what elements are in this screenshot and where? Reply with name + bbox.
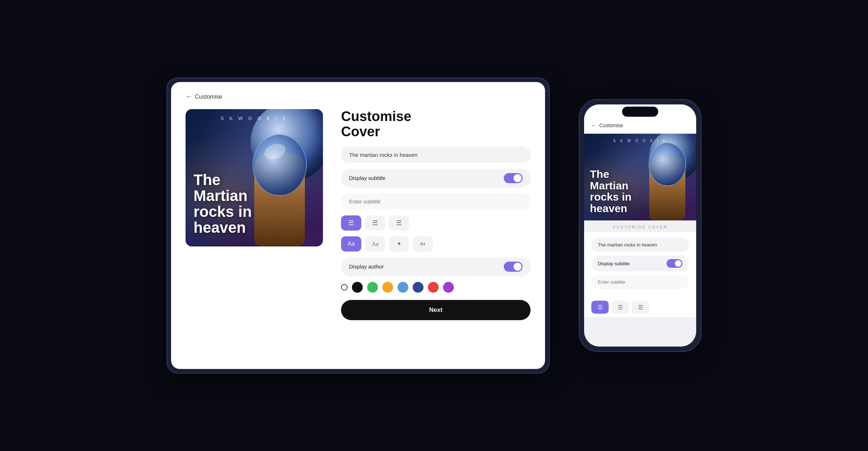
title-input-tablet[interactable] (341, 147, 531, 163)
phone-cover-title: TheMartianrocks inheaven (590, 168, 690, 214)
font-script-button-tablet[interactable]: ✦ (389, 236, 409, 252)
scene: ← Customise S K W O O K I E (0, 0, 868, 451)
align-center-button-tablet[interactable]: ☰ (365, 215, 385, 231)
display-author-label-tablet: Display author (349, 263, 504, 270)
display-subtitle-row-tablet: Display subtitle (341, 169, 531, 188)
phone-scroll-area[interactable]: S K W O O K I E TheMartianrocks inheaven… (584, 134, 696, 347)
phone-form: Display subtitle (584, 232, 696, 298)
display-author-row-tablet: Display author (341, 257, 531, 276)
phone-align-buttons: ☰ ☰ ☰ (584, 298, 696, 317)
phone-display-subtitle-row: Display subtitle (591, 255, 689, 271)
font-sans-button-tablet[interactable]: Aa (341, 236, 361, 252)
color-row-tablet (341, 282, 531, 293)
phone-screen: ← Customise S K W O O K I E TheMartianro… (584, 104, 696, 347)
cover-title-tablet: TheMartianrocks inheaven (193, 172, 315, 236)
align-left-button-tablet[interactable]: ☰ (341, 215, 361, 231)
color-orange-tablet[interactable] (382, 282, 393, 293)
tablet-device: ← Customise S K W O O K I E (166, 77, 550, 374)
tablet-header-title: Customise (195, 94, 222, 100)
font-mono-button-tablet[interactable]: Aa (413, 236, 433, 252)
form-title-tablet: Customise Cover (341, 109, 531, 139)
tablet-header: ← Customise (186, 93, 531, 100)
font-serif-button-tablet[interactable]: Aa (365, 236, 385, 252)
back-arrow-icon[interactable]: ← (186, 93, 192, 100)
phone-cover-brand: S K W O O K I E (584, 139, 696, 143)
phone-notch (622, 107, 658, 117)
tablet-screen: ← Customise S K W O O K I E (171, 82, 545, 369)
color-blue-tablet[interactable] (397, 282, 408, 293)
align-right-button-tablet[interactable]: ☰ (389, 215, 409, 231)
helmet-reflection (262, 141, 288, 162)
display-author-toggle-tablet[interactable] (504, 262, 523, 272)
phone-header-title: Customise (599, 123, 623, 128)
phone-align-center-button[interactable]: ☰ (612, 301, 629, 314)
font-buttons-tablet: Aa Aa ✦ Aa (341, 236, 531, 252)
phone-section-label: CUSTOMISE COVER (584, 220, 696, 232)
color-black-tablet[interactable] (352, 282, 363, 293)
display-subtitle-label-tablet: Display subtitle (349, 175, 504, 181)
phone-device: ← Customise S K W O O K I E TheMartianro… (579, 99, 702, 352)
cover-brand-tablet: S K W O O K I E (186, 116, 323, 121)
align-buttons-tablet: ☰ ☰ ☰ (341, 215, 531, 231)
phone-align-left-button[interactable]: ☰ (591, 301, 609, 314)
tablet-content: S K W O O K I E TheMartianrocks inheaven… (186, 109, 531, 358)
phone-book-cover: S K W O O K I E TheMartianrocks inheaven (584, 134, 696, 220)
phone-back-arrow-icon[interactable]: ← (591, 123, 596, 128)
color-none-tablet[interactable] (341, 284, 348, 291)
phone-align-right-button[interactable]: ☰ (632, 301, 649, 314)
phone-title-input[interactable] (591, 238, 689, 252)
phone-subtitle-input[interactable] (591, 275, 689, 289)
display-subtitle-toggle-tablet[interactable] (504, 173, 523, 183)
color-purple-tablet[interactable] (443, 282, 454, 293)
color-green-tablet[interactable] (367, 282, 378, 293)
form-panel-tablet: Customise Cover Display subtitle ☰ ☰ ☰ (341, 109, 531, 358)
subtitle-input-tablet[interactable] (341, 193, 531, 210)
next-button-tablet[interactable]: Next (341, 300, 531, 320)
color-red-tablet[interactable] (428, 282, 439, 293)
phone-display-subtitle-toggle[interactable] (667, 259, 682, 268)
phone-display-subtitle-label: Display subtitle (598, 261, 667, 266)
book-cover-tablet: S K W O O K I E TheMartianrocks inheaven (186, 109, 323, 246)
color-navy-tablet[interactable] (413, 282, 424, 293)
